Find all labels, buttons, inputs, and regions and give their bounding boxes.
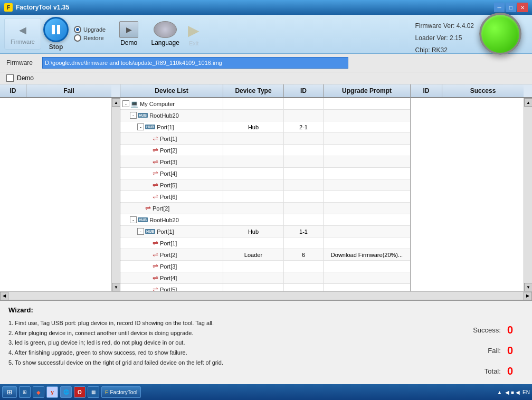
table-row[interactable]: ⇌Port[3] [120, 261, 410, 272]
table-row[interactable]: -💻My Computer [120, 98, 410, 110]
fail-stat-val: 0 [507, 345, 513, 357]
right-scroll-header [524, 84, 532, 97]
language-icon [154, 21, 177, 38]
exit-button[interactable]: ▶ Exit [188, 22, 200, 46]
window-controls: ─ □ ✕ [494, 3, 528, 12]
table-row[interactable]: ⇌Port[5] [120, 284, 410, 291]
restore-radio-icon [74, 34, 81, 42]
total-stat-val: 0 [507, 365, 513, 377]
exit-label: Exit [189, 40, 198, 46]
wizard-stats: Success: 0 Fail: 0 Total: 0 [407, 306, 524, 395]
toolbar: ◀ Firmware Stop Upgrade Restore [0, 15, 532, 54]
left-fail-header: Fail [26, 84, 111, 97]
left-scroll-track [112, 107, 120, 283]
right-rows [411, 98, 524, 291]
demo-check-row: Demo [0, 72, 532, 84]
table-row[interactable]: ⇌Port[4] [120, 168, 410, 179]
left-table-body: ▲ ▼ [0, 98, 120, 291]
table-row[interactable]: ⇌Port[1] [120, 133, 410, 145]
table-row[interactable]: ⇌Port[1] [120, 237, 410, 249]
mid-table-header: Device List Device Type ID Upgrade Promp… [120, 84, 410, 98]
right-scroll-up[interactable]: ▲ [524, 98, 532, 107]
left-scroll-header [111, 84, 120, 97]
table-row[interactable]: -HUBRootHub20 [120, 110, 410, 121]
demo-checkbox[interactable] [6, 74, 14, 82]
table-row[interactable]: ⇌Port[5] [120, 179, 410, 191]
wizard-item-1: 1. First use, Tag USB port: plug device … [8, 318, 397, 328]
right-table: ID Success ▲ ▼ [411, 84, 532, 291]
taskbar-app-icon: F [105, 389, 108, 395]
green-action-button[interactable] [479, 13, 521, 55]
table-row[interactable]: -HUBPort[1]Hub1-1 [120, 226, 410, 237]
stop-button[interactable]: Stop [43, 17, 69, 51]
app-taskbar-item[interactable]: F FactoryTool [101, 386, 141, 398]
taskbar-icon-4[interactable]: 🌐 [60, 386, 72, 398]
right-scrollbar[interactable]: ▲ ▼ [524, 98, 532, 291]
taskbar-icon-2[interactable]: ◆ [33, 386, 44, 398]
demo-button[interactable]: ▶ Demo [113, 21, 145, 46]
total-stat-label: Total: [484, 367, 501, 375]
chip-line: Chip: RK32 [415, 44, 474, 56]
taskbar-icon-1[interactable]: ⊞ [19, 386, 31, 398]
left-scrollbar[interactable]: ▲ ▼ [111, 98, 120, 291]
wizard-text: Wizard: 1. First use, Tag USB port: plug… [8, 306, 397, 395]
firmware-button[interactable]: ◀ Firmware [4, 18, 41, 50]
table-row[interactable]: ⇌Port[2] [120, 145, 410, 156]
restore-radio[interactable]: Restore [74, 34, 106, 42]
left-id-header: ID [0, 84, 26, 97]
maximize-button[interactable]: □ [506, 3, 516, 12]
dev-type-header: Device Type [223, 84, 284, 97]
right-scroll-down[interactable]: ▼ [524, 283, 532, 291]
start-button[interactable]: ⊞ [2, 386, 17, 398]
taskbar-app-label: FactoryTool [110, 389, 138, 395]
left-scroll-down[interactable]: ▼ [112, 283, 120, 291]
dev-list-header: Device List [120, 84, 223, 97]
pause-icon [52, 25, 60, 34]
demo-check-label: Demo [17, 74, 34, 82]
table-row[interactable]: ⇌Port[6] [120, 191, 410, 203]
wizard-title: Wizard: [8, 306, 397, 314]
table-row[interactable]: ⇌Port[2] [120, 203, 410, 214]
language-button[interactable]: Language [147, 21, 184, 46]
language-label: Language [151, 39, 179, 46]
table-row[interactable]: ⇌Port[4] [120, 272, 410, 284]
right-scroll-track [524, 107, 532, 283]
taskbar-icon-6[interactable]: ▦ [88, 386, 99, 398]
minimize-button[interactable]: ─ [494, 3, 505, 12]
hscroll-right[interactable]: ▶ [524, 292, 532, 300]
exit-arrow-icon: ▶ [188, 22, 200, 39]
fw-ver-label: Firmware Ver: [415, 22, 455, 30]
start-icon: ⊞ [7, 388, 12, 396]
loader-ver-line: Loader Ver: 2.15 [415, 32, 474, 44]
hscroll-left[interactable]: ◀ [0, 292, 8, 300]
firmware-row: Firmware [0, 54, 532, 72]
demo-btn-label: Demo [120, 39, 137, 46]
table-row[interactable]: ⇌Port[2]Loader6Download Firmware(20%)... [120, 249, 410, 261]
close-button[interactable]: ✕ [517, 3, 528, 12]
horizontal-scrollbar[interactable]: ◀ ▶ [0, 291, 532, 300]
wizard-item-2: 2. After pluging device in, connect anot… [8, 328, 397, 338]
upgrade-radio[interactable]: Upgrade [74, 26, 106, 33]
firmware-info: Firmware Ver: 4.4.02 Loader Ver: 2.15 Ch… [415, 20, 474, 56]
table-row[interactable]: -HUBPort[1]Hub2-1 [120, 121, 410, 133]
firmware-path-input[interactable] [42, 57, 348, 69]
firmware-path-label: Firmware [6, 59, 38, 66]
upgrade-prompt-header: Upgrade Prompt [324, 84, 410, 97]
table-row[interactable]: ⇌Port[3] [120, 156, 410, 168]
chip-label: Chip: [415, 46, 430, 54]
loader-ver-label: Loader Ver: [415, 34, 448, 42]
app-icon: F [4, 3, 13, 12]
success-stat-val: 0 [507, 324, 513, 336]
restore-label: Restore [83, 35, 104, 41]
taskbar-icon-3[interactable]: y [46, 386, 58, 398]
wizard-item-5: 5. To show successful device on the righ… [8, 358, 397, 368]
table-row[interactable]: -HUBRootHub20 [120, 214, 410, 226]
wizard-item-4: 4. After finishing upgrade, green to sho… [8, 348, 397, 358]
left-scroll-up[interactable]: ▲ [112, 98, 120, 107]
mid-table-body[interactable]: -💻My Computer-HUBRootHub20-HUBPort[1]Hub… [120, 98, 410, 291]
success-header: Success [442, 84, 524, 97]
demo-icon: ▶ [119, 21, 138, 38]
left-table: ID Fail ▲ ▼ [0, 84, 120, 291]
taskbar-icon-5[interactable]: O [74, 386, 86, 398]
success-stat: Success: 0 [473, 324, 513, 336]
